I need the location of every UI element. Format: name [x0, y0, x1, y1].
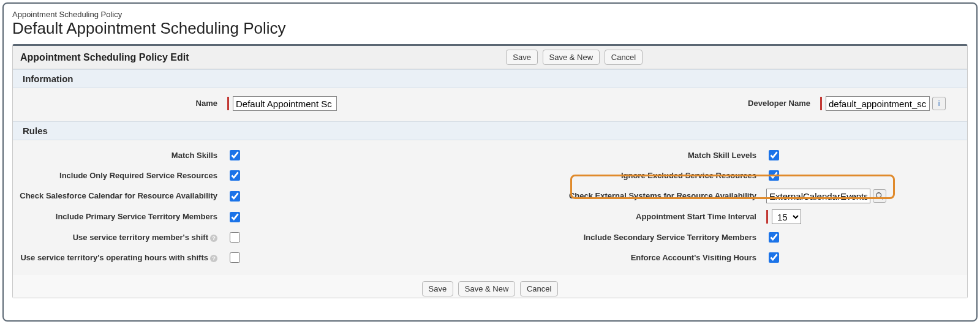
required-indicator	[820, 97, 822, 110]
use-territory-shift-label: Use service territory member's shift?	[13, 230, 221, 246]
use-operating-hours-checkbox[interactable]	[230, 252, 240, 263]
include-primary-territory-label: Include Primary Service Territory Member…	[13, 209, 221, 225]
enforce-visiting-hours-label: Enforce Account's Visiting Hours	[417, 250, 760, 266]
appt-start-interval-select[interactable]: 15	[772, 209, 801, 224]
object-type-label: Appointment Scheduling Policy	[12, 10, 968, 19]
bottom-button-row: Save Save & New Cancel	[13, 275, 967, 298]
svg-point-0	[876, 193, 881, 198]
appt-start-interval-label: Appointment Start Time Interval	[417, 209, 760, 225]
help-icon[interactable]: ?	[210, 235, 217, 242]
name-value-cell	[227, 93, 411, 114]
ignore-excluded-checkbox[interactable]	[769, 170, 779, 181]
include-primary-territory-checkbox[interactable]	[230, 212, 240, 222]
include-secondary-territory-label: Include Secondary Service Territory Memb…	[417, 230, 760, 246]
top-button-row: Save Save & New Cancel	[189, 50, 960, 65]
help-icon[interactable]: ?	[210, 255, 217, 262]
cancel-button-bottom[interactable]: Cancel	[520, 281, 558, 296]
ignore-excluded-label: Ignore Excluded Service Resources	[417, 168, 760, 184]
save-and-new-button[interactable]: Save & New	[543, 50, 600, 65]
check-external-input[interactable]	[766, 189, 870, 203]
check-external-label: Check External Systems for Resource Avai…	[417, 188, 760, 204]
edit-panel: Appointment Scheduling Policy Edit Save …	[12, 44, 968, 298]
lookup-icon[interactable]	[873, 189, 886, 203]
info-icon[interactable]: i	[932, 97, 946, 110]
panel-header: Appointment Scheduling Policy Edit Save …	[13, 46, 967, 69]
match-skill-levels-label: Match Skill Levels	[417, 148, 760, 164]
match-skill-levels-checkbox[interactable]	[769, 150, 779, 160]
include-only-required-checkbox[interactable]	[230, 170, 240, 181]
page-title: Default Appointment Scheduling Policy	[12, 19, 968, 38]
section-heading-rules: Rules	[13, 121, 967, 140]
name-input[interactable]	[233, 96, 337, 111]
include-only-required-label: Include Only Required Service Resources	[13, 168, 221, 184]
include-secondary-territory-checkbox[interactable]	[769, 232, 779, 243]
developer-name-label: Developer Name	[417, 96, 814, 111]
save-button[interactable]: Save	[506, 50, 538, 65]
use-operating-hours-label: Use service territory's operating hours …	[13, 250, 221, 266]
save-and-new-button-bottom[interactable]: Save & New	[458, 281, 516, 296]
developer-name-value-cell: i	[820, 93, 967, 114]
rules-section: Match Skills Match Skill Levels Include …	[13, 140, 967, 275]
information-section: Name Developer Name i	[13, 88, 967, 121]
match-skills-checkbox[interactable]	[230, 150, 240, 160]
developer-name-input[interactable]	[826, 96, 930, 111]
section-heading-information: Information	[13, 69, 967, 88]
page-container: Appointment Scheduling Policy Default Ap…	[2, 2, 978, 322]
use-territory-shift-checkbox[interactable]	[230, 232, 240, 243]
panel-title: Appointment Scheduling Policy Edit	[20, 52, 189, 63]
name-label: Name	[13, 96, 221, 111]
svg-line-1	[881, 197, 883, 200]
check-sf-calendar-checkbox[interactable]	[230, 191, 240, 202]
required-indicator	[227, 97, 229, 110]
required-indicator	[766, 210, 768, 224]
magnifier-icon	[875, 192, 884, 200]
enforce-visiting-hours-checkbox[interactable]	[769, 252, 779, 263]
save-button-bottom[interactable]: Save	[422, 281, 454, 296]
match-skills-label: Match Skills	[13, 148, 221, 164]
check-sf-calendar-label: Check Salesforce Calendar for Resource A…	[13, 188, 221, 204]
cancel-button[interactable]: Cancel	[605, 50, 643, 65]
